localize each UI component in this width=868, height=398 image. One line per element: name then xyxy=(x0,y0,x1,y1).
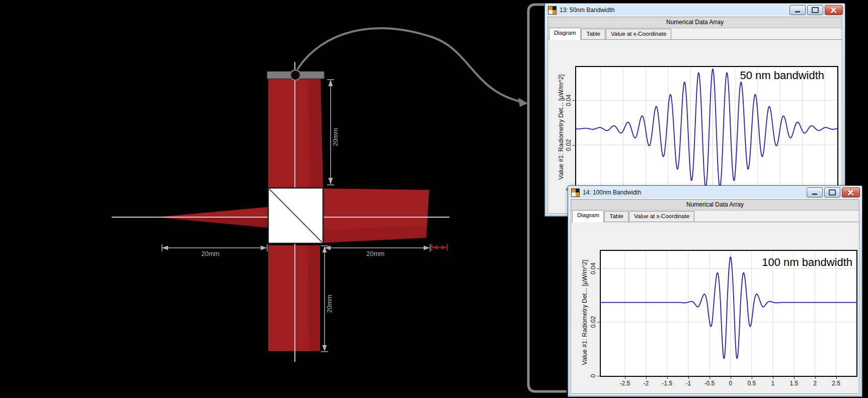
delta-z-scan-marker xyxy=(432,244,447,251)
bottom-arm-beam-shade xyxy=(308,245,320,351)
tab-table[interactable]: Table xyxy=(581,29,605,39)
minimize-icon xyxy=(795,11,800,13)
tab-diagram[interactable]: Diagram xyxy=(549,28,581,40)
y-tick-label: 0.02 xyxy=(590,316,597,328)
dim-label-top-arm: 20mm xyxy=(332,128,339,146)
arrowhead-down xyxy=(329,178,333,184)
dim-label-left-arm: 20mm xyxy=(201,250,219,257)
y-tick-mark xyxy=(597,269,599,269)
arrowhead-right xyxy=(424,246,430,250)
titlebar[interactable]: 13: 50nm Bandwidth xyxy=(545,4,845,17)
window-controls xyxy=(807,187,860,197)
y-tick-mark xyxy=(597,376,599,376)
annotation-bandwidth: 100 nm bandwidth xyxy=(762,256,852,269)
window-content: Numerical Data Array Diagram Table Value… xyxy=(547,17,842,214)
dim-label-bottom-arm: 20mm xyxy=(326,295,333,313)
interferogram-50nm-plot xyxy=(576,67,837,189)
y-tick-mark xyxy=(573,145,575,146)
y-tick-label: 0.04 xyxy=(590,262,597,274)
window-controls xyxy=(790,5,843,15)
tab-table[interactable]: Table xyxy=(604,211,628,222)
tab-value-at-x-coordinate[interactable]: Value at x-Coordinate xyxy=(606,29,671,39)
callout-arrowhead xyxy=(518,98,528,107)
restore-button[interactable] xyxy=(807,5,823,15)
plot-canvas[interactable]: 100 nm bandwidth xyxy=(600,250,857,377)
y-tick-label: 0 xyxy=(590,374,597,378)
close-button[interactable] xyxy=(842,187,860,197)
diagram-tab-page: Value #1: Radiometry Det... [µW/m^2] 100… xyxy=(571,221,859,393)
close-button[interactable] xyxy=(825,5,843,15)
arrowhead-down xyxy=(323,345,327,351)
x-tick-label: 1.5 xyxy=(790,380,798,387)
y-tick-mark xyxy=(573,100,575,101)
window-title: 13: 50nm Bandwidth xyxy=(560,7,614,14)
restore-icon xyxy=(829,189,836,195)
tab-strip: Diagram Table Value at x-Coordinate xyxy=(548,28,842,40)
x-tick-mark xyxy=(646,377,647,379)
tab-value-at-x-coordinate[interactable]: Value at x-Coordinate xyxy=(629,211,694,222)
numerical-data-array-icon xyxy=(548,6,557,15)
x-tick-label: 0 xyxy=(729,380,732,387)
y-axis-label: Value #1: Radiometry Det... [µW/m^2] xyxy=(581,260,588,365)
x-tick-mark xyxy=(625,377,625,379)
y-tick-mark xyxy=(597,322,599,322)
x-tick-label: -2 xyxy=(644,380,649,387)
x-tick-label: 1 xyxy=(771,380,774,387)
y-tick-label: 0.02 xyxy=(565,139,572,151)
plot-canvas[interactable]: 50 nm bandwidth xyxy=(575,66,838,190)
minimize-icon xyxy=(812,193,817,195)
window-100nm-bandwidth[interactable]: 14: 100nm Bandwidth Numerical Data Array… xyxy=(568,185,862,397)
input-beam-shade xyxy=(156,217,268,228)
probe-point-dot xyxy=(290,70,300,80)
x-tick-mark xyxy=(773,377,773,379)
tab-strip: Diagram Table Value at x-Coordinate xyxy=(571,211,859,222)
x-tick-mark xyxy=(752,377,752,379)
x-tick-mark xyxy=(815,377,816,379)
x-tick-mark xyxy=(731,377,731,379)
top-arm-beam-shade xyxy=(308,79,323,188)
x-tick-label: -1.5 xyxy=(662,380,672,387)
arrowhead-left xyxy=(432,245,438,249)
arrowhead-up xyxy=(329,80,333,86)
titlebar[interactable]: 14: 100nm Bandwidth xyxy=(568,186,862,199)
y-tick-label: 0.04 xyxy=(565,95,572,106)
arrowhead-right xyxy=(261,246,267,250)
callout-curved-arrow xyxy=(298,28,521,102)
x-tick-label: 2.5 xyxy=(832,380,840,387)
annotation-bandwidth: 50 nm bandwidth xyxy=(740,69,824,82)
window-content: Numerical Data Array Diagram Table Value… xyxy=(571,199,859,394)
minimize-button[interactable] xyxy=(807,187,823,197)
x-tick-label: 2 xyxy=(813,380,817,387)
window-title: 14: 100nm Bandwidth xyxy=(583,189,641,196)
x-tick-mark xyxy=(836,377,837,379)
arrowhead-up xyxy=(323,246,327,252)
minimize-button[interactable] xyxy=(790,5,806,15)
dim-label-right-arm: 20mm xyxy=(366,250,384,257)
interferogram-100nm-plot xyxy=(601,251,856,376)
x-tick-mark xyxy=(688,377,689,379)
x-tick-mark xyxy=(667,377,668,379)
restore-button[interactable] xyxy=(824,187,840,197)
y-axis-label: Value #1: Radiometry Det... [µW/m^2] xyxy=(558,75,565,180)
arrowhead-left xyxy=(162,246,168,250)
numerical-data-array-icon xyxy=(571,188,580,197)
document-type-header: Numerical Data Array xyxy=(571,200,859,211)
x-tick-label: -2.5 xyxy=(620,380,630,387)
x-tick-label: -1 xyxy=(685,380,691,387)
desktop: { "diagram": { "dims": { "top_arm": "20m… xyxy=(0,0,868,398)
x-tick-mark xyxy=(794,377,795,379)
x-tick-label: -0.5 xyxy=(704,380,715,387)
arrowhead-right xyxy=(441,245,447,249)
document-type-header: Numerical Data Array xyxy=(548,17,842,28)
tab-diagram[interactable]: Diagram xyxy=(572,210,604,222)
x-tick-mark xyxy=(709,377,710,379)
x-tick-label: 0.5 xyxy=(747,380,756,387)
window-50nm-bandwidth[interactable]: 13: 50nm Bandwidth Numerical Data Array … xyxy=(544,3,845,217)
restore-icon xyxy=(812,7,819,13)
